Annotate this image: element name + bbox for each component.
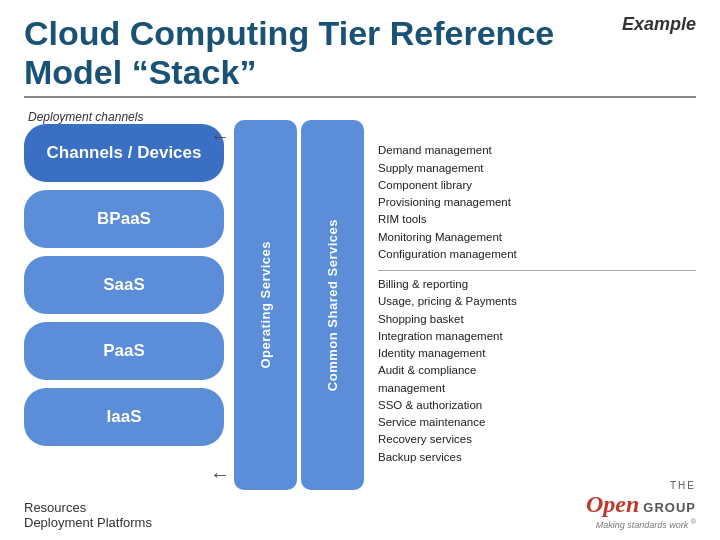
example-label: Example [622,14,696,35]
tiers-column: Channels / Devices BPaaS SaaS PaaS IaaS [24,120,224,490]
right-item-supply: Supply management [378,160,696,177]
right-item-demand: Demand management [378,142,696,159]
right-item-management: management [378,380,696,397]
resources-line2: Deployment Platforms [24,515,152,530]
tier-iaas: IaaS [24,388,224,446]
right-item-monitoring: Monitoring Management [378,229,696,246]
title-line1: Cloud Computing Tier Reference [24,14,554,52]
right-item-backup: Backup services [378,449,696,466]
right-item-service: Service maintenance [378,414,696,431]
resources-line1: Resources [24,500,152,515]
bars-area: ← ← Operating Services Common Shared Ser… [234,120,364,490]
right-section-divider [378,270,696,271]
tier-channels: Channels / Devices [24,124,224,182]
logo-the: THE [670,480,696,491]
tier-iaas-label: IaaS [107,407,142,427]
tier-channels-label: Channels / Devices [47,143,202,163]
arrow-top: ← [210,126,230,146]
tier-bpaas-label: BPaaS [97,209,151,229]
logo-area: THE Open GROUP Making standards work ® [586,480,696,530]
right-item-identity: Identity management [378,345,696,362]
content-area: Channels / Devices BPaaS SaaS PaaS IaaS … [24,120,696,490]
common-shared-bar: Common Shared Services [301,120,364,490]
right-item-provisioning: Provisioning management [378,194,696,211]
logo-open-text: Open [586,491,639,518]
page: Cloud Computing Tier Reference Model “St… [0,0,720,540]
operating-services-bar: Operating Services [234,120,297,490]
shared-bar-label: Common Shared Services [325,219,340,391]
logo-group-text: GROUP [643,500,696,515]
operating-bar-label: Operating Services [258,241,273,369]
right-item-sso: SSO & authorization [378,397,696,414]
right-item-usage: Usage, pricing & Payments [378,293,696,310]
right-item-integration: Integration management [378,328,696,345]
right-item-audit: Audit & compliance [378,362,696,379]
right-section-2: Billing & reporting Usage, pricing & Pay… [378,276,696,466]
tier-paas: PaaS [24,322,224,380]
right-item-recovery: Recovery services [378,431,696,448]
logo-tagline: Making standards work ® [596,518,696,530]
tier-paas-label: PaaS [103,341,145,361]
tier-bpaas: BPaaS [24,190,224,248]
bottom-area: Resources Deployment Platforms THE Open … [24,480,696,530]
right-item-billing: Billing & reporting [378,276,696,293]
arrow-indicators: ← ← [206,120,234,490]
tier-saas-label: SaaS [103,275,145,295]
right-text-area: Demand management Supply management Comp… [364,120,696,490]
right-item-shopping: Shopping basket [378,311,696,328]
title-line2: Model “Stack” [24,53,256,91]
logo-open-group: Open GROUP [586,491,696,518]
right-item-configuration: Configuration management [378,246,696,263]
tier-saas: SaaS [24,256,224,314]
main-title: Cloud Computing Tier Reference Model “St… [24,14,696,92]
right-item-rim: RIM tools [378,211,696,228]
right-item-component: Component library [378,177,696,194]
resources-text: Resources Deployment Platforms [24,500,152,530]
title-divider [24,96,696,98]
title-block: Cloud Computing Tier Reference Model “St… [24,14,696,98]
right-section-1: Demand management Supply management Comp… [378,142,696,263]
